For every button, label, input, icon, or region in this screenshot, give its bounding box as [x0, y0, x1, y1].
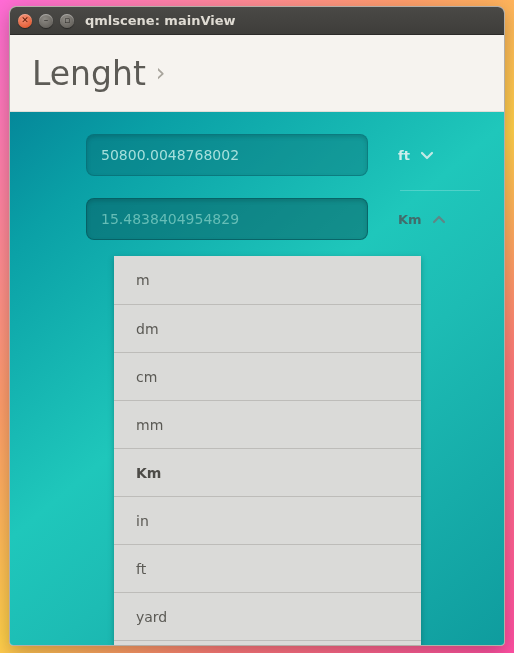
- titlebar[interactable]: ✕ – ▫ qmlscene: mainView: [10, 7, 504, 35]
- chevron-right-icon: ›: [156, 59, 166, 87]
- from-value-text: 50800.0048768002: [101, 147, 239, 163]
- unit-option-ft[interactable]: ft: [114, 544, 421, 592]
- unit-option-yard[interactable]: yard: [114, 592, 421, 640]
- unit-option-m[interactable]: m: [114, 256, 421, 304]
- unit-option-cm[interactable]: cm: [114, 352, 421, 400]
- chevron-down-icon: [420, 148, 434, 162]
- minimize-icon[interactable]: –: [39, 14, 53, 28]
- page-header[interactable]: Lenght ›: [10, 35, 504, 112]
- unit-option-in[interactable]: in: [114, 496, 421, 544]
- unit-dropdown: m dm cm mm Km in ft yard statute mile na…: [114, 256, 421, 646]
- content-area: 50800.0048768002 ft 15.4838404954829 Km: [10, 112, 504, 645]
- from-unit-selector[interactable]: ft: [398, 148, 434, 163]
- to-value-text: 15.4838404954829: [101, 211, 239, 227]
- maximize-icon[interactable]: ▫: [60, 14, 74, 28]
- page-title: Lenght: [32, 54, 146, 93]
- unit-option-statute-mile[interactable]: statute mile: [114, 640, 421, 646]
- from-value-input[interactable]: 50800.0048768002: [86, 134, 368, 176]
- chevron-up-icon: [432, 212, 446, 226]
- app-window: ✕ – ▫ qmlscene: mainView Lenght › 50800.…: [9, 6, 505, 646]
- unit-option-km[interactable]: Km: [114, 448, 421, 496]
- window-title: qmlscene: mainView: [85, 13, 236, 28]
- from-unit-label: ft: [398, 148, 410, 163]
- to-unit-label: Km: [398, 212, 422, 227]
- divider: [400, 190, 480, 191]
- convert-to-row: 15.4838404954829 Km: [38, 198, 476, 240]
- to-unit-selector[interactable]: Km: [398, 212, 446, 227]
- unit-option-mm[interactable]: mm: [114, 400, 421, 448]
- unit-option-dm[interactable]: dm: [114, 304, 421, 352]
- close-icon[interactable]: ✕: [18, 14, 32, 28]
- convert-from-row: 50800.0048768002 ft: [38, 134, 476, 176]
- to-value-input[interactable]: 15.4838404954829: [86, 198, 368, 240]
